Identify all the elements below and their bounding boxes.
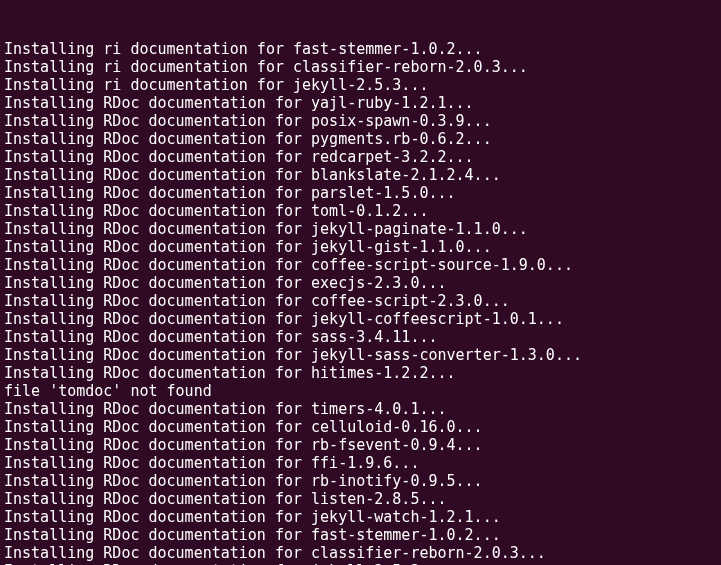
output-line: Installing RDoc documentation for posix-… [4,112,717,130]
output-line: Installing RDoc documentation for toml-0… [4,202,717,220]
output-line: Installing RDoc documentation for coffee… [4,256,717,274]
output-line: Installing RDoc documentation for sass-3… [4,328,717,346]
output-line: Installing RDoc documentation for cellul… [4,418,717,436]
output-line: Installing RDoc documentation for jekyll… [4,220,717,238]
output-line: Installing RDoc documentation for jekyll… [4,346,717,364]
output-line: Installing RDoc documentation for classi… [4,544,717,562]
output-line: Installing RDoc documentation for redcar… [4,148,717,166]
output-line: Installing RDoc documentation for timers… [4,400,717,418]
output-line: Installing RDoc documentation for coffee… [4,292,717,310]
output-line: file 'tomdoc' not found [4,382,717,400]
output-line: Installing ri documentation for jekyll-2… [4,76,717,94]
terminal-output[interactable]: Installing ri documentation for fast-ste… [4,4,717,565]
output-line: Installing ri documentation for fast-ste… [4,40,717,58]
output-line: Installing RDoc documentation for rb-ino… [4,472,717,490]
output-line: Installing RDoc documentation for jekyll… [4,508,717,526]
output-line: Installing RDoc documentation for parsle… [4,184,717,202]
output-line: Installing RDoc documentation for yajl-r… [4,94,717,112]
output-line: Installing ri documentation for classifi… [4,58,717,76]
output-line: Installing RDoc documentation for jekyll… [4,310,717,328]
output-line: Installing RDoc documentation for fast-s… [4,526,717,544]
output-line: Installing RDoc documentation for blanks… [4,166,717,184]
output-line: Installing RDoc documentation for execjs… [4,274,717,292]
output-line: Installing RDoc documentation for pygmen… [4,130,717,148]
output-line: Installing RDoc documentation for rb-fse… [4,436,717,454]
output-line: Installing RDoc documentation for listen… [4,490,717,508]
output-line: Installing RDoc documentation for hitime… [4,364,717,382]
output-line: Installing RDoc documentation for jekyll… [4,238,717,256]
output-line: Installing RDoc documentation for ffi-1.… [4,454,717,472]
